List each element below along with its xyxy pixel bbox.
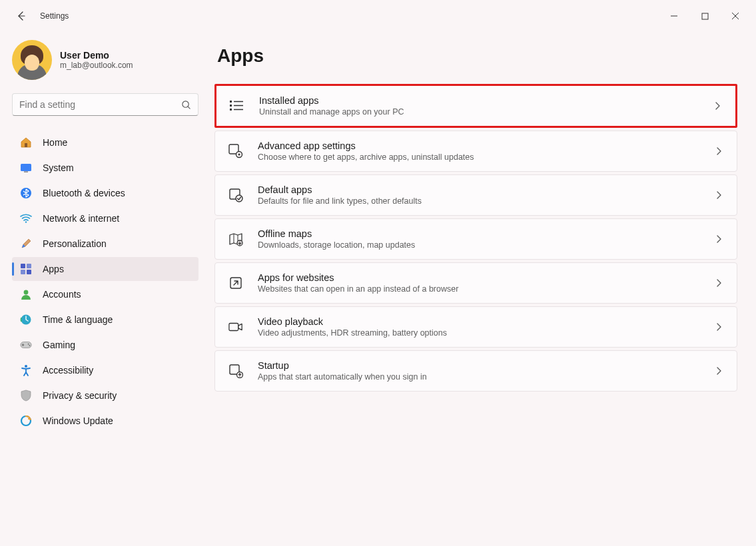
svg-point-23 — [238, 154, 240, 156]
svg-rect-18 — [230, 101, 232, 103]
sidebar-item-privacy[interactable]: Privacy & security — [12, 384, 198, 408]
sidebar-item-network[interactable]: Network & internet — [12, 206, 198, 230]
back-button[interactable] — [13, 8, 29, 24]
svg-rect-2 — [25, 143, 27, 147]
privacy-icon — [20, 390, 32, 402]
sidebar-item-label: Bluetooth & devices — [43, 188, 125, 198]
advanced-icon — [228, 144, 243, 158]
svg-rect-0 — [702, 13, 708, 19]
update-icon — [20, 415, 32, 427]
svg-rect-7 — [21, 264, 25, 268]
sidebar-item-label: Privacy & security — [43, 390, 117, 401]
time-icon — [20, 314, 32, 326]
card-subtitle: Websites that can open in an app instead… — [258, 284, 714, 294]
arrow-left-icon — [16, 11, 27, 21]
sidebar-item-label: Apps — [43, 264, 64, 274]
card-title: Startup — [258, 360, 714, 371]
card-apps-websites[interactable]: Apps for websites Websites that can open… — [214, 262, 737, 304]
svg-point-1 — [183, 101, 189, 107]
svg-rect-4 — [24, 172, 28, 172]
chevron-right-icon — [714, 146, 723, 156]
profile-name: User Demo — [60, 50, 133, 61]
card-title: Video playback — [258, 316, 714, 327]
profile-block[interactable]: User Demo m_lab@outlook.com — [12, 40, 198, 80]
chevron-right-icon — [714, 322, 723, 332]
card-subtitle: Uninstall and manage apps on your PC — [259, 107, 713, 117]
sidebar-item-label: Network & internet — [43, 213, 119, 224]
chevron-right-icon — [714, 366, 723, 376]
sidebar-item-label: Windows Update — [43, 415, 113, 426]
card-subtitle: Apps that start automatically when you s… — [258, 372, 714, 382]
gaming-icon — [20, 339, 32, 351]
sidebar-item-system[interactable]: System — [12, 156, 198, 180]
svg-rect-19 — [230, 105, 232, 107]
maximize-icon — [701, 13, 709, 20]
sidebar-item-label: Home — [43, 137, 67, 148]
main-content: Apps Installed apps Uninstall and manage… — [206, 32, 756, 546]
brush-icon — [20, 238, 32, 250]
card-title: Offline maps — [258, 228, 714, 239]
svg-rect-8 — [27, 264, 31, 268]
search-box[interactable] — [12, 93, 198, 116]
sidebar-item-label: System — [43, 162, 74, 173]
card-default-apps[interactable]: Default apps Defaults for file and link … — [214, 174, 737, 216]
sidebar-item-label: Accounts — [43, 289, 81, 300]
sidebar-item-personalization[interactable]: Personalization — [12, 232, 198, 256]
card-installed-apps[interactable]: Installed apps Uninstall and manage apps… — [214, 84, 737, 128]
svg-point-15 — [29, 345, 31, 346]
card-startup[interactable]: Startup Apps that start automatically wh… — [214, 350, 737, 392]
apps-icon — [20, 263, 32, 275]
sidebar-item-label: Time & language — [43, 314, 113, 325]
sidebar-item-accessibility[interactable]: Accessibility — [12, 358, 198, 382]
avatar — [12, 40, 52, 80]
sidebar-item-home[interactable]: Home — [12, 131, 198, 154]
chevron-right-icon — [714, 278, 723, 288]
profile-email: m_lab@outlook.com — [60, 61, 133, 70]
sidebar-item-update[interactable]: Windows Update — [12, 409, 198, 433]
svg-rect-28 — [229, 324, 238, 331]
page-title: Apps — [217, 45, 737, 67]
video-icon — [228, 320, 243, 334]
sidebar-item-accounts[interactable]: Accounts — [12, 282, 198, 306]
card-video-playback[interactable]: Video playback Video adjustments, HDR st… — [214, 306, 737, 348]
maximize-button[interactable] — [689, 5, 720, 27]
sidebar-item-apps[interactable]: Apps — [12, 257, 198, 281]
svg-point-25 — [236, 195, 242, 202]
svg-point-16 — [25, 365, 27, 368]
card-title: Installed apps — [259, 95, 713, 106]
card-subtitle: Downloads, storage location, map updates — [258, 240, 714, 250]
accessibility-icon — [20, 364, 32, 376]
window-title: Settings — [40, 11, 69, 21]
minimize-button[interactable] — [659, 5, 689, 27]
chevron-right-icon — [714, 234, 723, 244]
sidebar-item-time[interactable]: Time & language — [12, 308, 198, 332]
card-title: Advanced app settings — [258, 140, 714, 151]
chevron-right-icon — [713, 101, 722, 111]
sidebar: User Demo m_lab@outlook.com Home System … — [0, 32, 206, 546]
svg-point-6 — [25, 221, 27, 222]
startup-icon — [228, 364, 243, 378]
card-advanced-settings[interactable]: Advanced app settings Choose where to ge… — [214, 131, 737, 172]
sidebar-item-bluetooth[interactable]: Bluetooth & devices — [12, 181, 198, 205]
sidebar-item-label: Personalization — [43, 238, 107, 249]
map-icon — [228, 232, 243, 246]
nav-list: Home System Bluetooth & devices Network … — [12, 131, 198, 433]
svg-point-11 — [24, 290, 29, 295]
close-icon — [731, 12, 739, 20]
window-controls — [659, 5, 751, 27]
account-icon — [20, 288, 32, 300]
card-offline-maps[interactable]: Offline maps Downloads, storage location… — [214, 218, 737, 260]
card-subtitle: Defaults for file and link types, other … — [258, 196, 714, 206]
list-icon — [230, 99, 244, 113]
card-title: Apps for websites — [258, 272, 714, 283]
minimize-icon — [670, 12, 678, 20]
sidebar-item-label: Gaming — [43, 340, 75, 350]
search-input[interactable] — [19, 99, 181, 110]
websites-icon — [228, 276, 243, 290]
close-button[interactable] — [720, 5, 751, 27]
svg-point-14 — [28, 344, 29, 345]
card-title: Default apps — [258, 184, 714, 195]
bluetooth-icon — [20, 187, 32, 199]
sidebar-item-gaming[interactable]: Gaming — [12, 333, 198, 357]
system-icon — [20, 162, 32, 174]
